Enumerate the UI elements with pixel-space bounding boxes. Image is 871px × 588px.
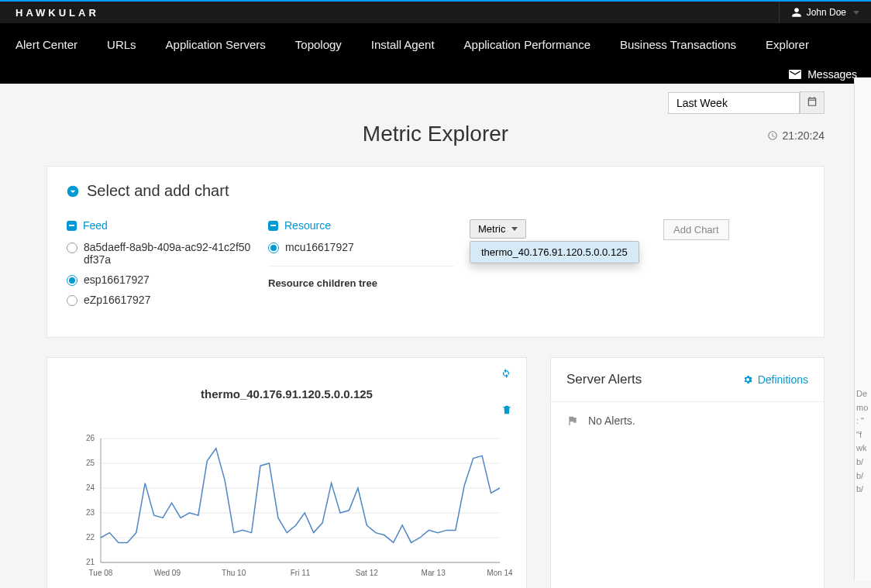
gear-icon	[742, 374, 753, 385]
svg-text:21: 21	[86, 558, 95, 566]
user-name: John Doe	[807, 7, 846, 18]
resource-label: Resource	[284, 219, 331, 232]
feed-option[interactable]: eZp16617927	[67, 294, 253, 306]
feed-id: 8a5daeff-8a9b-409a-ac92-41c2f50df37a	[84, 241, 253, 266]
panel-title: Select and add chart	[87, 182, 229, 200]
time-range-select[interactable]: Last Week	[668, 92, 800, 114]
svg-text:Thu 10: Thu 10	[222, 569, 246, 577]
nav-alert-center[interactable]: Alert Center	[15, 38, 77, 51]
messages-link[interactable]: Messages	[807, 68, 857, 81]
calendar-icon	[807, 96, 818, 107]
delete-chart-icon[interactable]	[501, 404, 512, 419]
minus-square-icon[interactable]	[268, 221, 278, 231]
svg-text:Sat 12: Sat 12	[356, 569, 378, 577]
main-nav: Alert Center URLs Application Servers To…	[0, 23, 871, 65]
chevron-down-icon	[511, 227, 518, 231]
svg-text:24: 24	[86, 483, 95, 492]
add-chart-button[interactable]: Add Chart	[663, 219, 729, 240]
select-chart-panel: Select and add chart Feed 8a5daeff-8a9b-…	[46, 166, 825, 338]
nav-explorer[interactable]: Explorer	[766, 38, 809, 51]
chevron-down-icon	[853, 11, 859, 15]
collapse-icon[interactable]	[67, 185, 79, 198]
nav-app-performance[interactable]: Application Performance	[464, 38, 590, 51]
svg-text:Wed 09: Wed 09	[154, 569, 181, 577]
metric-option[interactable]: thermo_40.176.91.120.5.0.0.125	[470, 242, 639, 263]
feed-option[interactable]: 8a5daeff-8a9b-409a-ac92-41c2f50df37a	[67, 241, 253, 266]
nav-topology[interactable]: Topology	[295, 38, 342, 51]
svg-text:23: 23	[86, 508, 95, 517]
feed-id: eZp16617927	[84, 294, 150, 306]
radio-icon	[67, 295, 77, 306]
flag-icon	[566, 414, 579, 427]
resource-children-label: Resource children tree	[268, 266, 454, 289]
svg-text:22: 22	[86, 533, 95, 542]
page-title: Metric Explorer	[363, 122, 508, 146]
user-icon	[791, 7, 802, 18]
server-alerts-panel: Server Alerts Definitions No Alerts.	[550, 357, 825, 588]
feed-id: esp16617927	[84, 273, 150, 286]
svg-text:Fri 11: Fri 11	[291, 569, 311, 577]
radio-icon	[268, 242, 279, 253]
metric-dropdown-menu: thermo_40.176.91.120.5.0.0.125	[470, 241, 639, 263]
minus-square-icon[interactable]	[67, 221, 77, 231]
radio-icon	[67, 242, 77, 253]
background-code-sliver: Demo: ""fwkb/b/b/	[854, 77, 871, 581]
resource-option[interactable]: mcu16617927	[268, 241, 454, 253]
svg-text:Mar 13: Mar 13	[422, 569, 446, 577]
chart-title: thermo_40.176.91.120.5.0.0.125	[61, 387, 512, 401]
feed-option[interactable]: esp16617927	[67, 273, 253, 286]
chart-card: thermo_40.176.91.120.5.0.0.125 212223242…	[46, 357, 527, 588]
clock-icon	[767, 130, 778, 141]
feed-label: Feed	[83, 219, 108, 232]
svg-text:Tue 08: Tue 08	[89, 569, 113, 577]
nav-business-tx[interactable]: Business Transactions	[620, 38, 736, 51]
user-menu[interactable]: John Doe	[779, 2, 859, 23]
svg-text:Mon 14: Mon 14	[487, 569, 512, 577]
svg-text:26: 26	[86, 435, 95, 442]
nav-app-servers[interactable]: Application Servers	[166, 38, 266, 51]
svg-text:25: 25	[86, 459, 95, 467]
definitions-link[interactable]: Definitions	[742, 373, 808, 386]
radio-icon	[67, 275, 77, 286]
resource-id: mcu16617927	[285, 241, 354, 253]
messages-icon	[789, 70, 801, 79]
brand-logo[interactable]: HAWKULAR	[15, 7, 99, 19]
auto-refresh-timer: 21:20:24	[767, 129, 825, 142]
no-alerts-label: No Alerts.	[588, 414, 635, 427]
metric-dropdown[interactable]: Metric	[470, 219, 526, 239]
calendar-button[interactable]	[800, 91, 825, 114]
line-chart: 212223242526Tue 08Wed 09Thu 10Fri 11Sat …	[61, 435, 512, 582]
refresh-icon[interactable]	[500, 367, 512, 383]
nav-urls[interactable]: URLs	[107, 38, 136, 51]
nav-install-agent[interactable]: Install Agent	[371, 38, 435, 51]
alerts-title: Server Alerts	[566, 372, 642, 387]
